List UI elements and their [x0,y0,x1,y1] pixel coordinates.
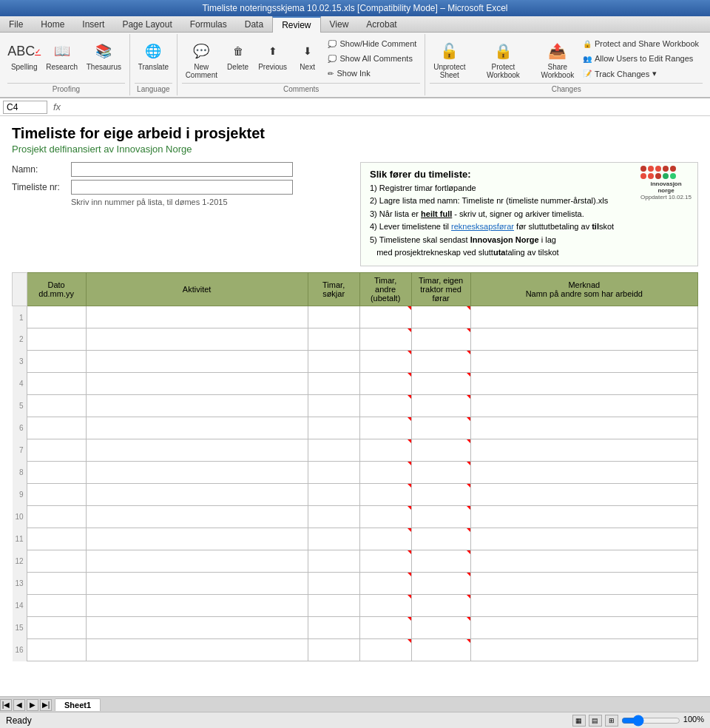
cell-timar-eigen-14[interactable] [411,595,470,617]
show-all-comments-button[interactable]: 💭 Show All Comments [324,52,420,65]
first-sheet-arrow[interactable]: |◀ [0,699,12,711]
prev-sheet-arrow[interactable]: ◀ [13,699,25,711]
cell-merknad-7[interactable] [470,439,697,462]
cell-dato-3[interactable] [27,351,86,373]
cell-timar-sokjar-7[interactable] [308,439,359,462]
show-hide-comment-button[interactable]: 💭 Show/Hide Comment [324,37,420,50]
cell-merknad-8[interactable] [470,462,697,484]
cell-aktivitet-1[interactable] [86,306,308,328]
cell-aktivitet-12[interactable] [86,550,308,573]
cell-timar-eigen-13[interactable] [411,573,470,595]
cell-aktivitet-14[interactable] [86,595,308,617]
tab-acrobat[interactable]: Acrobat [357,16,405,32]
cell-dato-9[interactable] [27,484,86,506]
translate-button[interactable]: 🌐 Translate [135,37,172,73]
cell-merknad-6[interactable] [470,417,697,439]
delete-comment-button[interactable]: 🗑 Delete [223,37,254,73]
cell-aktivitet-7[interactable] [86,439,308,462]
cell-timar-eigen-8[interactable] [411,462,470,484]
cell-dato-4[interactable] [27,373,86,395]
cell-merknad-3[interactable] [470,351,697,373]
cell-timar-andre-4[interactable] [359,373,411,395]
cell-timar-andre-15[interactable] [359,617,411,639]
cell-aktivitet-13[interactable] [86,573,308,595]
cell-merknad-14[interactable] [470,595,697,617]
protect-share-workbook-button[interactable]: 🔒 Protect and Share Workbook [579,37,703,50]
cell-timar-andre-3[interactable] [359,351,411,373]
cell-timar-eigen-4[interactable] [411,373,470,395]
cell-timar-eigen-16[interactable] [411,639,470,661]
cell-aktivitet-3[interactable] [86,351,308,373]
cell-dato-12[interactable] [27,550,86,573]
tab-page-layout[interactable]: Page Layout [113,16,180,32]
cell-merknad-2[interactable] [470,328,697,351]
cell-timar-sokjar-14[interactable] [308,595,359,617]
cell-timar-eigen-5[interactable] [411,395,470,417]
cell-timar-sokjar-10[interactable] [308,506,359,528]
cell-timar-eigen-1[interactable] [411,306,470,328]
cell-aktivitet-8[interactable] [86,462,308,484]
cell-dato-5[interactable] [27,395,86,417]
spelling-button[interactable]: ABC✓ Spelling [7,37,41,73]
cell-timar-eigen-10[interactable] [411,506,470,528]
cell-merknad-1[interactable] [470,306,697,328]
cell-aktivitet-5[interactable] [86,395,308,417]
tab-file[interactable]: File [0,16,32,32]
tab-review[interactable]: Review [272,16,320,33]
cell-dato-8[interactable] [27,462,86,484]
cell-aktivitet-2[interactable] [86,328,308,351]
cell-aktivitet-4[interactable] [86,373,308,395]
cell-timar-sokjar-5[interactable] [308,395,359,417]
sheet-tab-sheet1[interactable]: Sheet1 [55,698,101,711]
unprotect-sheet-button[interactable]: 🔓 UnprotectSheet [430,37,469,81]
next-button[interactable]: ⬇ Next [292,37,323,73]
new-comment-button[interactable]: 💬 NewComment [182,37,221,81]
cell-timar-andre-10[interactable] [359,506,411,528]
cell-dato-2[interactable] [27,328,86,351]
tab-home[interactable]: Home [32,16,73,32]
cell-merknad-5[interactable] [470,395,697,417]
cell-timar-sokjar-2[interactable] [308,328,359,351]
cell-dato-16[interactable] [27,639,86,661]
cell-timar-andre-6[interactable] [359,417,411,439]
cell-timar-andre-16[interactable] [359,639,411,661]
cell-merknad-12[interactable] [470,550,697,573]
namn-input[interactable] [71,162,293,177]
tab-insert[interactable]: Insert [73,16,113,32]
cell-timar-eigen-12[interactable] [411,550,470,573]
cell-aktivitet-9[interactable] [86,484,308,506]
cell-timar-sokjar-6[interactable] [308,417,359,439]
cell-timar-sokjar-15[interactable] [308,617,359,639]
research-button[interactable]: 📖 Research [42,37,81,73]
cell-merknad-16[interactable] [470,639,697,661]
cell-merknad-11[interactable] [470,528,697,550]
cell-timar-andre-5[interactable] [359,395,411,417]
formula-input[interactable] [67,102,707,112]
cell-dato-14[interactable] [27,595,86,617]
cell-dato-10[interactable] [27,506,86,528]
cell-timar-andre-14[interactable] [359,595,411,617]
cell-aktivitet-15[interactable] [86,617,308,639]
last-sheet-arrow[interactable]: ▶| [40,699,52,711]
cell-timar-sokjar-11[interactable] [308,528,359,550]
tab-data[interactable]: Data [236,16,272,32]
next-sheet-arrow[interactable]: ▶ [27,699,38,711]
thesaurus-button[interactable]: 📚 Thesaurus [83,37,125,73]
cell-timar-eigen-2[interactable] [411,328,470,351]
cell-timar-eigen-6[interactable] [411,417,470,439]
cell-timar-sokjar-4[interactable] [308,373,359,395]
timeliste-input[interactable] [71,180,293,195]
cell-reference-input[interactable] [3,101,47,114]
cell-merknad-9[interactable] [470,484,697,506]
cell-timar-eigen-7[interactable] [411,439,470,462]
cell-timar-andre-8[interactable] [359,462,411,484]
cell-timar-sokjar-13[interactable] [308,573,359,595]
cell-timar-andre-1[interactable] [359,306,411,328]
cell-timar-sokjar-16[interactable] [308,639,359,661]
cell-timar-eigen-15[interactable] [411,617,470,639]
protect-workbook-button[interactable]: 🔒 Protect Workbook [470,37,535,81]
cell-timar-andre-12[interactable] [359,550,411,573]
show-ink-button[interactable]: ✏ Show Ink [324,67,420,80]
cell-dato-7[interactable] [27,439,86,462]
cell-aktivitet-10[interactable] [86,506,308,528]
